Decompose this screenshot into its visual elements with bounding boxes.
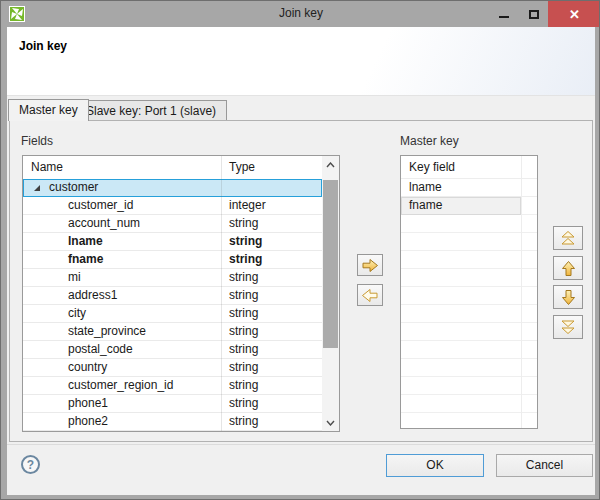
field-type-cell: string xyxy=(229,395,258,412)
dialog-header-title: Join key xyxy=(19,39,67,53)
footer-separator xyxy=(7,444,595,445)
fields-table-header: Name Type xyxy=(23,156,322,179)
field-name-cell: mi xyxy=(68,269,81,286)
table-row[interactable]: address1 string xyxy=(23,287,322,305)
help-button[interactable]: ? xyxy=(21,455,40,474)
field-name-cell: customer_id xyxy=(68,197,133,214)
field-name-cell: fname xyxy=(68,251,103,268)
field-type-cell: string xyxy=(229,341,258,358)
move-bottom-button[interactable] xyxy=(553,315,583,339)
field-type-cell: string xyxy=(229,269,258,286)
field-name-cell: account_num xyxy=(68,215,140,232)
field-name-cell: phone1 xyxy=(68,395,108,412)
fields-rows: customer customer_id integer account_num… xyxy=(23,179,322,431)
tab-master-key[interactable]: Master key xyxy=(8,99,89,121)
maximize-button[interactable] xyxy=(519,1,548,27)
field-type-cell: string xyxy=(229,215,258,232)
field-name-cell: city xyxy=(68,305,86,322)
table-row[interactable]: phone2 string xyxy=(23,413,322,431)
move-top-button[interactable] xyxy=(553,226,583,250)
field-type-cell: string xyxy=(229,251,262,268)
field-name-cell: address1 xyxy=(68,287,117,304)
table-row[interactable]: city string xyxy=(23,305,322,323)
field-type-cell: string xyxy=(229,305,258,322)
table-row[interactable]: lname string xyxy=(23,233,322,251)
maximize-icon xyxy=(529,10,539,19)
field-name-cell: state_province xyxy=(68,323,146,340)
field-name-cell: postal_code xyxy=(68,341,133,358)
help-icon: ? xyxy=(27,458,34,472)
scroll-up-button[interactable] xyxy=(322,156,339,173)
table-row[interactable]: customer_region_id string xyxy=(23,377,322,395)
key-field-row[interactable]: fname xyxy=(401,197,521,215)
move-down-button[interactable] xyxy=(553,285,583,309)
expander-icon[interactable] xyxy=(33,184,41,192)
dialog-header: Join key xyxy=(7,27,595,96)
tab-slave-key[interactable]: Slave key: Port 1 (slave) xyxy=(75,100,227,121)
vertical-scrollbar[interactable] xyxy=(322,156,339,431)
close-button[interactable]: ✕ xyxy=(548,1,600,27)
table-row[interactable]: postal_code string xyxy=(23,341,322,359)
minimize-icon xyxy=(499,16,509,18)
table-row[interactable]: fname string xyxy=(23,251,322,269)
master-key-table: Key field lnamefname xyxy=(400,155,538,429)
column-divider xyxy=(221,156,222,431)
double-chevron-up-icon xyxy=(560,230,576,246)
field-name-cell: lname xyxy=(68,233,103,250)
field-type-cell: string xyxy=(229,377,258,394)
left-arrow-icon xyxy=(361,288,379,303)
titlebar[interactable]: Join key ✕ xyxy=(1,1,600,27)
tab-content: Fields Master key Name Type customer xyxy=(9,120,593,442)
arrow-down-icon xyxy=(561,289,576,306)
table-row[interactable]: account_num string xyxy=(23,215,322,233)
column-header-type: Type xyxy=(229,156,255,179)
column-divider xyxy=(521,156,522,428)
field-name-cell: country xyxy=(68,359,107,376)
table-row[interactable]: customer_id integer xyxy=(23,197,322,215)
chevron-up-icon xyxy=(326,162,335,168)
cancel-button[interactable]: Cancel xyxy=(496,454,593,477)
table-row[interactable]: phone1 string xyxy=(23,395,322,413)
field-type-cell: string xyxy=(229,359,258,376)
field-type-cell: string xyxy=(229,287,258,304)
arrow-up-icon xyxy=(561,260,576,277)
table-row[interactable]: state_province string xyxy=(23,323,322,341)
dialog-body: Join key Master key Slave key: Port 1 (s… xyxy=(7,27,595,495)
remove-key-button[interactable] xyxy=(357,284,383,306)
tree-node-label: customer xyxy=(49,179,98,196)
scrollbar-thumb[interactable] xyxy=(323,180,338,348)
field-type-cell: integer xyxy=(229,197,266,214)
table-row[interactable]: mi string xyxy=(23,269,322,287)
field-type-cell: string xyxy=(229,323,258,340)
join-key-dialog: Join key ✕ Join key Master key Slave key… xyxy=(0,0,600,500)
master-table-header: Key field xyxy=(401,156,537,179)
close-icon: ✕ xyxy=(569,7,580,22)
add-key-button[interactable] xyxy=(357,254,383,276)
master-key-label: Master key xyxy=(400,134,459,148)
minimize-button[interactable] xyxy=(489,1,519,27)
master-key-rows: lnamefname xyxy=(401,179,537,428)
chevron-down-icon xyxy=(326,420,335,426)
right-arrow-icon xyxy=(361,258,379,273)
field-name-cell: customer_region_id xyxy=(68,377,173,394)
column-header-name: Name xyxy=(31,156,63,179)
key-field-row[interactable]: lname xyxy=(401,179,537,197)
fields-label: Fields xyxy=(21,134,53,148)
double-chevron-down-icon xyxy=(560,319,576,335)
fields-table: Name Type customer customer_id integer xyxy=(22,155,340,432)
scroll-down-button[interactable] xyxy=(322,414,339,431)
field-name-cell: phone2 xyxy=(68,413,108,430)
column-header-key-field: Key field xyxy=(409,156,455,179)
field-type-cell: string xyxy=(229,233,262,250)
tree-node-customer[interactable]: customer xyxy=(23,179,322,197)
table-row[interactable]: country string xyxy=(23,359,322,377)
field-type-cell: string xyxy=(229,413,258,430)
move-up-button[interactable] xyxy=(553,256,583,280)
ok-button[interactable]: OK xyxy=(386,454,484,477)
